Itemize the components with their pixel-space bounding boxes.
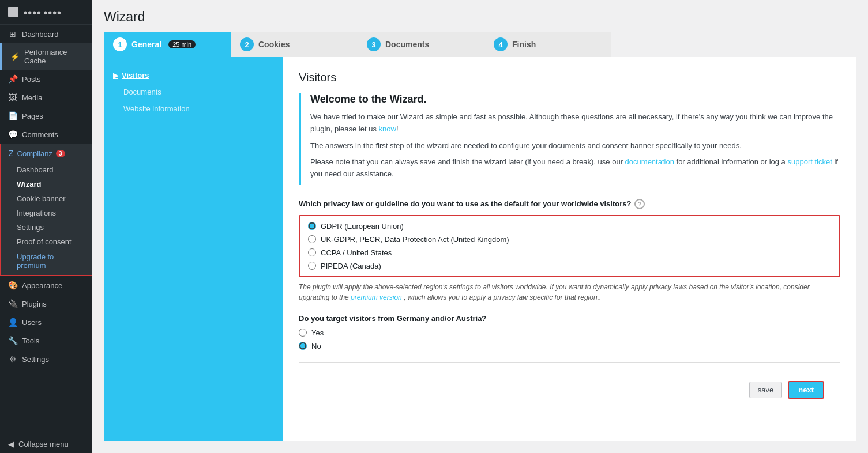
site-logo: ●●●● ●●●● <box>0 0 92 25</box>
radio-pipeda-input[interactable] <box>308 262 316 270</box>
complianz-icon: Z <box>9 149 14 158</box>
radio-pipeda-label: PIPEDA (Canada) <box>321 262 381 270</box>
save-button[interactable]: save <box>749 382 782 398</box>
radio-germany-yes-label: Yes <box>311 329 324 337</box>
premium-version-link[interactable]: premium version <box>351 293 402 301</box>
radio-germany-no-input[interactable] <box>299 342 307 350</box>
main-content: Wizard 1 General 25 min 2 Cookies 3 Docu… <box>92 0 868 453</box>
wizard-step-general[interactable]: 1 General 25 min <box>104 32 231 57</box>
page-title: Wizard <box>104 9 856 25</box>
right-panel: Visitors Welcome to the Wizard. We have … <box>283 57 856 441</box>
know-link[interactable]: know <box>379 124 396 133</box>
sidebar-item-label: Users <box>22 318 42 327</box>
sidebar-item-comments[interactable]: 💬 Comments <box>0 125 92 144</box>
sidebar-item-posts[interactable]: 📌 Posts <box>0 70 92 88</box>
sidebar-item-appearance[interactable]: 🎨 Appearance <box>0 276 92 295</box>
radio-ccpa[interactable]: CCPA / United States <box>308 248 831 257</box>
radio-gdpr-input[interactable] <box>308 222 316 230</box>
welcome-text: Welcome to the Wizard. We have tried to … <box>310 93 840 185</box>
sidebar-item-label: Comments <box>22 130 58 139</box>
radio-germany-no-label: No <box>311 342 321 350</box>
sidebar-item-pages[interactable]: 📄 Pages <box>0 107 92 125</box>
complianz-submenu-dashboard[interactable]: Dashboard <box>1 163 92 177</box>
complianz-submenu-settings[interactable]: Settings <box>1 220 92 235</box>
left-panel-label-website-info: Website information <box>123 104 190 113</box>
radio-ccpa-input[interactable] <box>308 248 316 256</box>
collapse-label: Collapse menu <box>18 440 69 448</box>
wizard-step-num-3: 3 <box>367 37 381 51</box>
sidebar-item-label: Plugins <box>22 300 47 308</box>
collapse-menu-button[interactable]: ◀ Collapse menu <box>0 435 92 453</box>
question1-note: The plugin will apply the above-selected… <box>299 282 840 303</box>
welcome-title: Welcome to the Wizard. <box>310 93 840 105</box>
wizard-step-num-4: 4 <box>494 37 508 51</box>
complianz-submenu-wizard[interactable]: Wizard <box>1 177 92 191</box>
radio-gdpr-label: GDPR (European Union) <box>321 222 404 231</box>
radio-uk-gdpr[interactable]: UK-GDPR, PECR, Data Protection Act (Unit… <box>308 235 831 244</box>
left-panel-item-documents[interactable]: Documents <box>113 85 273 99</box>
next-button[interactable]: next <box>788 381 824 399</box>
sidebar-item-label: Tools <box>22 337 39 345</box>
wizard-step-finish[interactable]: 4 Finish <box>484 32 611 57</box>
sidebar-item-dashboard[interactable]: ⊞ Dashboard <box>0 25 92 43</box>
documentation-link[interactable]: documentation <box>625 157 674 166</box>
welcome-para-3: Please note that you can always save and… <box>310 156 840 180</box>
dashboard-icon: ⊞ <box>8 29 17 39</box>
left-panel-item-website-info[interactable]: Website information <box>113 102 273 115</box>
support-ticket-link[interactable]: support ticket <box>787 157 832 166</box>
sidebar-item-label: Performance Cache <box>24 48 84 65</box>
question1-label: Which privacy law or guideline do you wa… <box>299 199 840 209</box>
left-panel-item-visitors[interactable]: ▶ Visitors <box>113 69 273 82</box>
radio-uk-gdpr-label: UK-GDPR, PECR, Data Protection Act (Unit… <box>321 235 509 244</box>
sidebar-item-plugins[interactable]: 🔌 Plugins <box>0 295 92 313</box>
wizard-step-num-1: 1 <box>113 37 127 51</box>
sidebar-item-tools[interactable]: 🔧 Tools <box>0 331 92 350</box>
complianz-submenu-proof-consent[interactable]: Proof of consent <box>1 235 92 249</box>
wizard-step-cookies[interactable]: 2 Cookies <box>231 32 358 57</box>
radio-uk-gdpr-input[interactable] <box>308 235 316 243</box>
plugins-icon: 🔌 <box>8 299 17 308</box>
sidebar-item-media[interactable]: 🖼 Media <box>0 88 92 107</box>
radio-germany-yes[interactable]: Yes <box>299 329 840 337</box>
tools-icon: 🔧 <box>8 336 17 345</box>
welcome-box: Welcome to the Wizard. We have tried to … <box>299 93 840 185</box>
divider <box>299 362 840 363</box>
complianz-submenu-cookie-banner[interactable]: Cookie banner <box>1 191 92 206</box>
radio-germany-no[interactable]: No <box>299 342 840 350</box>
sidebar-item-label: Media <box>22 93 42 102</box>
sidebar-item-label: Settings <box>22 355 49 364</box>
sidebar-item-label: Posts <box>22 75 41 84</box>
sidebar-item-label: Dashboard <box>22 30 59 39</box>
sidebar-item-performance-cache[interactable]: ⚡ Performance Cache <box>0 43 92 70</box>
site-name: ●●●● ●●●● <box>23 8 61 17</box>
section-title: Visitors <box>299 71 840 84</box>
sidebar-item-label: Pages <box>22 112 43 120</box>
sidebar-item-settings[interactable]: ⚙ Settings <box>0 350 92 368</box>
wizard-step-documents[interactable]: 3 Documents <box>358 32 484 57</box>
welcome-para-2: The answers in the first step of the wiz… <box>310 140 840 152</box>
pages-icon: 📄 <box>8 111 17 120</box>
wp-icon <box>8 7 18 17</box>
comments-icon: 💬 <box>8 130 17 139</box>
bottom-buttons: save next <box>299 372 840 403</box>
wizard-step-label-documents: Documents <box>385 40 429 49</box>
complianz-badge: 3 <box>56 150 65 157</box>
settings-icon: ⚙ <box>8 354 17 364</box>
question1-radio-group: GDPR (European Union) UK-GDPR, PECR, Dat… <box>299 215 840 277</box>
question1-help-icon[interactable]: ? <box>634 199 645 209</box>
media-icon: 🖼 <box>8 93 17 102</box>
complianz-submenu-integrations[interactable]: Integrations <box>1 206 92 220</box>
sidebar-item-users[interactable]: 👤 Users <box>0 313 92 331</box>
wizard-steps: 1 General 25 min 2 Cookies 3 Documents 4… <box>104 32 856 57</box>
performance-cache-icon: ⚡ <box>10 52 20 61</box>
wizard-step-num-2: 2 <box>240 37 254 51</box>
complianz-header[interactable]: Z Complianz 3 <box>1 144 92 163</box>
radio-germany-yes-input[interactable] <box>299 329 307 337</box>
complianz-submenu-upgrade[interactable]: Upgrade to premium <box>1 249 92 273</box>
page-header: Wizard 1 General 25 min 2 Cookies 3 Docu… <box>92 0 868 57</box>
left-panel-label-documents: Documents <box>123 88 161 96</box>
content-area: ▶ Visitors Documents Website information… <box>104 57 868 453</box>
radio-pipeda[interactable]: PIPEDA (Canada) <box>308 262 831 270</box>
radio-gdpr[interactable]: GDPR (European Union) <box>308 222 831 231</box>
radio-ccpa-label: CCPA / United States <box>321 248 392 257</box>
